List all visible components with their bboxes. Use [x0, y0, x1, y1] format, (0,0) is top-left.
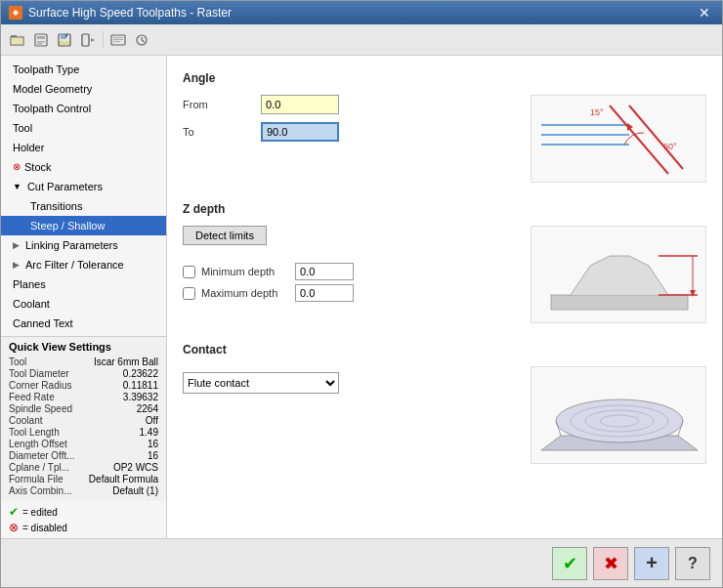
z-depth-diagram-svg — [532, 227, 707, 324]
tree-item-toolpath-type[interactable]: Toolpath Type — [1, 60, 166, 79]
max-depth-checkbox[interactable] — [183, 287, 195, 300]
qv-label-tool-length: Tool Length — [9, 427, 60, 438]
add-button[interactable]: + — [634, 547, 669, 580]
tree-label: Toolpath Type — [13, 62, 79, 77]
error-icon: ⊗ — [13, 159, 21, 175]
help-icon: ? — [688, 555, 698, 572]
toolbar-btn-6[interactable] — [131, 29, 152, 51]
cancel-button[interactable]: ✖ — [593, 547, 628, 580]
qv-row-spindle: Spindle Speed 2264 — [9, 403, 158, 414]
tree-item-canned-text[interactable]: Canned Text — [1, 314, 166, 333]
tree-label: Arc Filter / Tolerance — [25, 257, 124, 273]
tree-item-toolpath-control[interactable]: Toolpath Control — [1, 99, 166, 118]
qv-label-length-offset: Length Offset — [9, 439, 67, 449]
tree-item-transitions[interactable]: Transitions — [1, 196, 166, 216]
legend-disabled: ⊗ = disabled — [9, 521, 158, 534]
svg-rect-13 — [113, 37, 123, 38]
qv-value-cplane: OP2 WCS — [113, 462, 158, 473]
qv-row-corner: Corner Radius 0.11811 — [9, 380, 158, 391]
tree-label: Toolpath Control — [13, 101, 91, 116]
svg-rect-10 — [60, 41, 69, 45]
main-window: Surface High Speed Toolpaths - Raster ✕ — [0, 0, 723, 588]
tree-label: Planes — [13, 276, 46, 292]
tree-item-cut-parameters[interactable]: ▼ Cut Parameters — [1, 177, 166, 196]
qv-value-formula: Default Formula — [89, 474, 158, 484]
min-depth-row: Minimum depth — [183, 263, 511, 280]
tree-item-holder[interactable]: Holder — [1, 138, 166, 157]
contact-select[interactable]: Flute contact Tool contact No contact — [183, 372, 339, 394]
tree-label: Stock — [24, 159, 52, 175]
qv-label-diameter: Tool Diameter — [9, 368, 69, 379]
quick-view-title: Quick View Settings — [9, 341, 158, 353]
angle-to-row: To — [183, 122, 511, 142]
svg-rect-6 — [37, 43, 42, 45]
tree-item-arc-filter[interactable]: ▶ Arc Filter / Tolerance — [1, 255, 166, 274]
angle-diagram-svg: 15° 60° — [532, 96, 707, 184]
tree-label: Holder — [13, 140, 44, 155]
toolbar-btn-1[interactable] — [7, 29, 28, 51]
tree-label: Steep / Shallow — [30, 218, 105, 233]
angle-to-input[interactable] — [261, 122, 339, 142]
qv-label-formula: Formula File — [9, 474, 64, 484]
svg-rect-4 — [37, 36, 45, 39]
max-depth-input[interactable] — [295, 284, 354, 302]
legend-edited: ✔ = edited — [9, 505, 158, 519]
min-depth-checkbox[interactable] — [183, 266, 195, 278]
qv-value-coolant: Off — [146, 415, 158, 426]
angle-diagram: 15° 60° — [531, 95, 706, 183]
angle-from-input[interactable] — [261, 95, 339, 114]
max-depth-row: Maximum depth — [183, 284, 511, 302]
max-depth-label: Maximum depth — [201, 287, 289, 299]
detect-limits-button[interactable]: Detect limits — [183, 226, 267, 245]
contact-diagram — [531, 366, 706, 464]
qv-value-axis: Default (1) — [112, 485, 158, 496]
tree-item-steep-shallow[interactable]: Steep / Shallow — [1, 216, 166, 235]
qv-label-axis: Axis Combin... — [9, 485, 71, 496]
legend-disabled-label: = disabled — [22, 523, 67, 533]
left-panel: Toolpath Type Model Geometry Toolpath Co… — [1, 56, 167, 538]
qv-value-tool: Iscar 6mm Ball — [94, 357, 158, 367]
svg-rect-9 — [65, 34, 67, 37]
tree-item-linking[interactable]: ▶ Linking Parameters — [1, 235, 166, 255]
tree-item-tool[interactable]: Tool — [1, 118, 166, 138]
main-content: Toolpath Type Model Geometry Toolpath Co… — [1, 56, 722, 538]
svg-rect-27 — [551, 295, 688, 310]
qv-row-tool-length: Tool Length 1.49 — [9, 427, 158, 438]
tree-item-stock[interactable]: ⊗ Stock — [1, 157, 166, 177]
qv-value-diameter: 0.23622 — [123, 368, 158, 379]
tree-item-coolant[interactable]: Coolant — [1, 294, 166, 314]
tree-item-model-geometry[interactable]: Model Geometry — [1, 79, 166, 99]
help-button[interactable]: ? — [675, 547, 710, 580]
toolbar-btn-4[interactable] — [77, 29, 99, 51]
svg-rect-5 — [37, 41, 45, 43]
qv-label-coolant: Coolant — [9, 415, 42, 426]
svg-line-18 — [142, 40, 145, 42]
min-depth-input[interactable] — [295, 263, 354, 280]
z-depth-diagram — [531, 226, 706, 323]
qv-label-cplane: Cplane / Tpl... — [9, 462, 69, 473]
qv-label-feed: Feed Rate — [9, 392, 55, 402]
qv-row-diam-offset: Diameter Offt... 16 — [9, 450, 158, 461]
tree-item-planes[interactable]: Planes — [1, 274, 166, 294]
ok-button[interactable]: ✔ — [552, 547, 587, 580]
qv-row-axis: Axis Combin... Default (1) — [9, 485, 158, 496]
qv-row-tool: Tool Iscar 6mm Ball — [9, 357, 158, 367]
cancel-icon: ✖ — [604, 553, 618, 574]
toolbar-separator — [103, 31, 104, 49]
tree-label: Transitions — [30, 198, 82, 214]
contact-title: Contact — [183, 343, 706, 357]
angle-section: Angle From To — [183, 71, 706, 183]
qv-value-tool-length: 1.49 — [140, 427, 158, 438]
angle-title: Angle — [183, 71, 706, 85]
qv-row-length-offset: Length Offset 16 — [9, 439, 158, 449]
tree-label: Coolant — [13, 296, 50, 312]
angle-from-label: From — [183, 99, 261, 110]
toolbar-btn-5[interactable] — [107, 29, 129, 51]
qv-value-corner: 0.11811 — [123, 380, 158, 391]
close-button[interactable]: ✕ — [695, 5, 714, 21]
svg-text:60°: 60° — [663, 142, 677, 151]
toolbar-btn-2[interactable] — [30, 29, 52, 51]
toolbar-btn-save[interactable] — [54, 29, 75, 51]
right-panel: Angle From To — [167, 56, 722, 538]
expand-icon-2: ▶ — [13, 237, 20, 253]
